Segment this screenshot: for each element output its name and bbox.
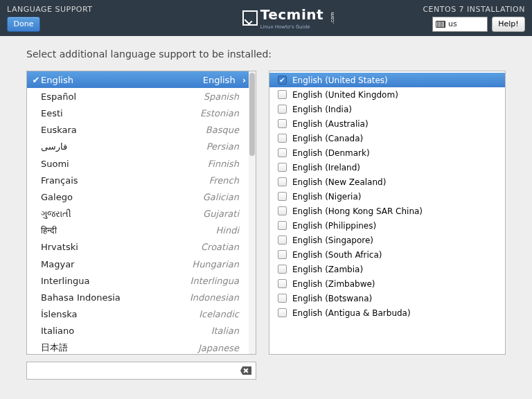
language-row[interactable]: ÍslenskaIcelandic [27,306,256,323]
locale-checkbox[interactable] [278,90,287,99]
language-row[interactable]: HrvatskiCroatian [27,239,256,256]
check-icon: ✔ [31,75,41,85]
locale-label: English (India) [292,105,352,114]
language-native-label: Eesti [41,108,200,118]
locale-row[interactable]: English (New Zealand) [269,175,505,189]
locale-row[interactable]: English (Denmark) [269,145,505,160]
done-button[interactable]: Done [7,17,40,32]
locale-label: English (Zimbabwe) [292,279,375,289]
locale-checkbox[interactable] [278,177,287,186]
language-english-label: Basque [206,125,239,135]
locale-checkbox[interactable] [278,308,287,317]
top-bar: LANGUAGE SUPPORT Done Tecmint Linux Howt… [0,0,532,36]
locale-row[interactable]: English (United States) [269,73,505,87]
locale-row[interactable]: English (Nigeria) [269,189,505,204]
language-native-label: 日本語 [41,342,198,354]
language-english-label: Indonesian [190,292,239,303]
language-row[interactable]: MagyarHungarian [27,256,256,272]
locale-checkbox[interactable] [278,105,287,114]
clear-search-icon[interactable] [240,366,251,375]
logo-com: .com [330,12,335,24]
language-english-label: Persian [206,141,239,152]
language-english-label: Spanish [204,91,239,102]
keyboard-layout-label: us [448,19,457,28]
help-button[interactable]: Help! [492,17,525,32]
language-row[interactable]: FrançaisFrench [27,172,256,188]
language-row[interactable]: ✔EnglishEnglish› [27,71,256,88]
scrollbar-thumb[interactable] [249,73,255,156]
locale-checkbox[interactable] [278,294,287,303]
language-row[interactable]: EuskaraBasque [27,122,256,139]
language-row[interactable]: InterlinguaInterlingua [27,272,256,289]
locale-row[interactable]: English (Philippines) [269,218,505,233]
locale-row[interactable]: English (Botswana) [269,291,505,305]
language-native-label: Magyar [41,259,192,269]
locale-checkbox[interactable] [278,192,287,201]
language-english-label: Hungarian [192,259,239,269]
language-english-label: Finnish [208,159,239,169]
locale-checkbox[interactable] [278,250,287,259]
locale-row[interactable]: English (Singapore) [269,233,505,247]
locale-checkbox[interactable] [278,265,287,274]
locale-row[interactable]: English (Ireland) [269,160,505,175]
locale-checkbox[interactable] [278,119,287,128]
language-native-label: Español [41,91,204,102]
locale-row[interactable]: English (United Kingdom) [269,87,505,102]
language-row[interactable]: EestiEstonian [27,105,256,121]
language-list-pane: ✔EnglishEnglish›EspañolSpanishEestiEston… [26,71,256,355]
keyboard-icon [436,21,445,28]
search-box[interactable] [26,362,256,380]
locale-label: English (Nigeria) [292,192,361,202]
language-english-label: English [203,75,236,85]
language-native-label: Interlingua [41,276,190,286]
locale-checkbox[interactable] [278,148,287,157]
language-row[interactable]: ગુજરાતીGujarati [27,206,256,222]
language-native-label: Suomi [41,159,208,169]
language-native-label: Íslenska [41,309,199,319]
locale-checkbox[interactable] [278,163,287,172]
locale-checkbox[interactable] [278,236,287,245]
language-native-label: Bahasa Indonesia [41,292,190,303]
locale-label: English (Botswana) [292,294,372,303]
logo-subtitle: Linux Howto's Guide [260,24,323,30]
logo-check-icon [242,10,258,26]
language-row[interactable]: SuomiFinnish [27,155,256,172]
locale-list-pane[interactable]: English (United States)English (United K… [269,71,506,355]
language-row[interactable]: فارسیPersian [27,139,256,155]
language-english-label: Italian [211,326,239,336]
locale-row[interactable]: English (Antigua & Barbuda) [269,305,505,320]
language-row[interactable]: ItalianoItalian [27,323,256,339]
language-english-label: Japanese [198,343,239,353]
search-input[interactable] [31,366,240,375]
language-list[interactable]: ✔EnglishEnglish›EspañolSpanishEestiEston… [27,71,256,356]
language-native-label: हिन्दी [41,225,216,236]
keyboard-layout-selector[interactable]: us [432,17,488,32]
scrollbar-track[interactable] [249,71,256,354]
locale-label: English (Hong Kong SAR China) [292,206,423,216]
language-row[interactable]: 日本語Japanese [27,339,256,356]
locale-label: English (South Africa) [292,250,382,260]
screen-title: LANGUAGE SUPPORT [7,5,173,14]
locale-row[interactable]: English (Australia) [269,116,505,131]
locale-row[interactable]: English (Hong Kong SAR China) [269,204,505,218]
locale-row[interactable]: English (India) [269,102,505,116]
language-english-label: Galician [203,192,239,202]
locale-checkbox[interactable] [278,134,287,143]
locale-label: English (Antigua & Barbuda) [292,308,411,318]
locale-row[interactable]: English (Canada) [269,131,505,145]
locale-checkbox[interactable] [278,221,287,230]
locale-row[interactable]: English (South Africa) [269,247,505,262]
locale-checkbox[interactable] [278,279,287,288]
language-english-label: Estonian [200,108,239,118]
language-row[interactable]: हिन्दीHindi [27,222,256,239]
language-row[interactable]: Bahasa IndonesiaIndonesian [27,289,256,305]
locale-row[interactable]: English (Zambia) [269,262,505,276]
language-row[interactable]: GalegoGalician [27,188,256,205]
locale-checkbox[interactable] [278,206,287,215]
logo-text: Tecmint [260,6,323,23]
language-row[interactable]: EspañolSpanish [27,88,256,105]
language-native-label: ગુજરાતી [41,209,203,220]
locale-label: English (New Zealand) [292,177,386,187]
locale-row[interactable]: English (Zimbabwe) [269,276,505,291]
locale-checkbox[interactable] [278,76,287,85]
